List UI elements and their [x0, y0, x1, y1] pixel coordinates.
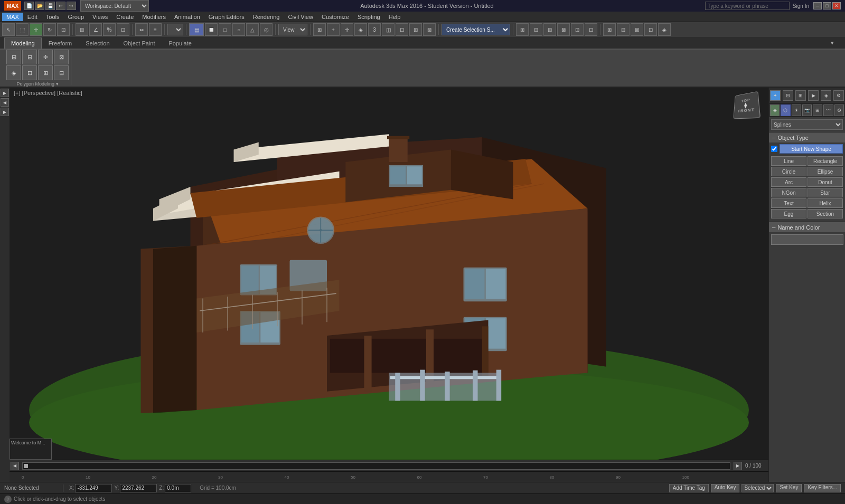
tb-extra4[interactable]: ⊡ [644, 23, 657, 36]
rp-systems-btn[interactable]: ⚙ [834, 104, 844, 116]
new-btn[interactable]: 📄 [24, 2, 34, 10]
align-btn[interactable]: ≡ [149, 23, 162, 36]
app-logo[interactable]: MAX [4, 1, 21, 11]
key-filters-btn[interactable]: Key Filters... [804, 484, 841, 492]
rp-helpers-btn[interactable]: ⊞ [813, 104, 822, 116]
left-btn3[interactable]: ▶ [1, 108, 9, 116]
ribbon-expand-btn[interactable]: ▾ [824, 37, 841, 49]
shape-donut[interactable]: Donut [808, 177, 843, 187]
set-key-btn[interactable]: Set Key [776, 484, 802, 492]
rp-spacewarps-btn[interactable]: 〰 [823, 104, 833, 116]
tb-extra2[interactable]: ⊟ [617, 23, 630, 36]
start-new-shape-checkbox[interactable] [771, 146, 777, 152]
menu-civil-view[interactable]: Civil View [284, 13, 317, 21]
menu-views[interactable]: Views [88, 13, 112, 21]
splines-select[interactable]: Splines [771, 119, 843, 130]
tb-icon8[interactable]: ⊞ [409, 23, 422, 36]
workspace-dropdown[interactable]: Workspace: Default [80, 0, 149, 12]
percent-snap-btn[interactable]: % [103, 23, 116, 36]
move-btn[interactable]: ✛ [30, 23, 42, 36]
tb-nav4[interactable]: ⊠ [557, 23, 570, 36]
rp-geometry-btn[interactable]: ◈ [770, 104, 780, 116]
rotate-btn[interactable]: ↻ [43, 23, 56, 36]
maximize-btn[interactable]: □ [823, 2, 831, 9]
tab-modeling[interactable]: Modeling [4, 37, 42, 49]
viewcube[interactable]: TOP ⧫ FRONT [733, 92, 764, 123]
create-selection-dropdown[interactable]: Create Selection S... [442, 24, 510, 35]
ribbon-btn4[interactable]: ⊠ [54, 50, 69, 64]
ribbon-btn3[interactable]: ✛ [38, 50, 53, 64]
tb-extra1[interactable]: ⊞ [603, 23, 616, 36]
redo-btn[interactable]: ↪ [67, 2, 76, 10]
left-btn2[interactable]: ◀ [1, 98, 9, 107]
selected-dropdown[interactable]: Selected [741, 484, 774, 492]
tb-icon2[interactable]: + [327, 23, 340, 36]
tb-extra3[interactable]: ⊠ [631, 23, 643, 36]
menu-rendering[interactable]: Rendering [249, 13, 284, 21]
rp-create-btn[interactable]: ✦ [770, 90, 781, 101]
shape-ellipse[interactable]: Ellipse [808, 167, 843, 176]
filter-dropdown[interactable]: All [167, 24, 183, 35]
sign-in-btn[interactable]: Sign In [793, 3, 809, 9]
shape-ngon[interactable]: NGon [771, 188, 806, 197]
menu-scripting[interactable]: Scripting [353, 13, 384, 21]
shape-rectangle[interactable]: Rectangle [808, 156, 843, 166]
snap-btn[interactable]: ⊞ [76, 23, 88, 36]
timeline-fwd-btn[interactable]: ▶ [734, 462, 742, 470]
tb-nav1[interactable]: ⊞ [516, 23, 529, 36]
view-dropdown[interactable]: View [278, 24, 307, 35]
paint-region-btn[interactable]: ◎ [260, 23, 273, 36]
tb-nav2[interactable]: ⊟ [530, 23, 542, 36]
start-new-shape-btn[interactable]: Start New Shape [780, 144, 843, 154]
shape-egg[interactable]: Egg [771, 209, 806, 218]
shape-line[interactable]: Line [771, 156, 806, 166]
tab-freeform[interactable]: Freeform [42, 37, 79, 49]
tab-populate[interactable]: Populate [162, 37, 198, 49]
tb-nav5[interactable]: ⊡ [571, 23, 584, 36]
viewport[interactable]: [+] [Perspective] [Realistic] [10, 88, 768, 460]
tb-icon6[interactable]: ◫ [382, 23, 395, 36]
tb-nav3[interactable]: ⊞ [543, 23, 556, 36]
menu-modifiers[interactable]: Modifiers [138, 13, 170, 21]
angle-snap-btn[interactable]: ∠ [89, 23, 102, 36]
object-name-input[interactable] [771, 234, 843, 245]
minimize-btn[interactable]: ─ [813, 2, 822, 9]
ribbon-btn5[interactable]: ◈ [6, 65, 21, 80]
tb-icon9[interactable]: ⊠ [423, 23, 436, 36]
tb-icon1[interactable]: ⊞ [313, 23, 326, 36]
menu-customize[interactable]: Customize [317, 13, 353, 21]
shape-helix[interactable]: Helix [808, 198, 843, 208]
menu-group[interactable]: Group [64, 13, 89, 21]
menu-create[interactable]: Create [112, 13, 138, 21]
ribbon-btn1[interactable]: ⊞ [6, 50, 21, 64]
rp-modify-btn[interactable]: ⊟ [783, 90, 793, 101]
left-btn1[interactable]: ▶ [1, 89, 9, 97]
menu-tools[interactable]: Tools [42, 13, 64, 21]
named-selection-btn[interactable]: ▤ [189, 23, 204, 36]
rp-shapes-btn[interactable]: ⬡ [781, 104, 790, 116]
timeline-back-btn[interactable]: ◀ [11, 462, 19, 470]
rp-lights-btn[interactable]: ☀ [792, 104, 801, 116]
select-by-name-btn[interactable]: 🔲 [205, 23, 218, 36]
search-input[interactable] [705, 2, 790, 10]
menu-help[interactable]: Help [384, 13, 405, 21]
circ-region-btn[interactable]: ○ [232, 23, 245, 36]
menu-graph-editors[interactable]: Graph Editors [204, 13, 249, 21]
rp-utilities-btn[interactable]: ⚙ [833, 90, 844, 101]
shape-arc[interactable]: Arc [771, 177, 806, 187]
shape-circle[interactable]: Circle [771, 167, 806, 176]
ribbon-btn8[interactable]: ⊟ [54, 65, 69, 80]
polygon-modeling-label[interactable]: Polygon Modeling ▾ [16, 81, 58, 87]
ribbon-btn7[interactable]: ⊞ [38, 65, 53, 80]
menu-max[interactable]: MAX [2, 13, 23, 21]
shape-star[interactable]: Star [808, 188, 843, 197]
rect-region-btn[interactable]: □ [219, 23, 231, 36]
tb-icon4[interactable]: ◈ [354, 23, 367, 36]
rp-hierarchy-btn[interactable]: ⊞ [795, 90, 806, 101]
fence-region-btn[interactable]: △ [246, 23, 259, 36]
scale-btn[interactable]: ⊡ [57, 23, 70, 36]
tab-selection[interactable]: Selection [79, 37, 116, 49]
shape-section[interactable]: Section [808, 209, 843, 218]
select-btn[interactable]: ↖ [2, 23, 15, 36]
menu-edit[interactable]: Edit [23, 13, 42, 21]
